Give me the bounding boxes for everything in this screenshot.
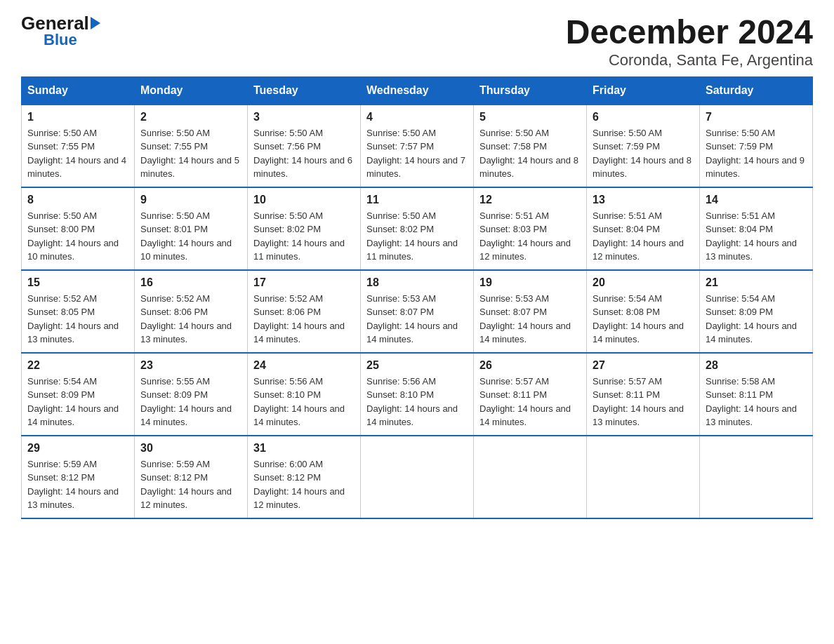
day-info: Sunrise: 5:58 AM Sunset: 8:11 PM Dayligh… [706, 375, 807, 429]
sunrise-label: Sunrise: 5:50 AM [366, 210, 436, 221]
day-info: Sunrise: 5:56 AM Sunset: 8:10 PM Dayligh… [253, 375, 355, 429]
sunrise-label: Sunrise: 5:56 AM [253, 376, 323, 387]
day-info: Sunrise: 5:50 AM Sunset: 8:02 PM Dayligh… [253, 209, 355, 264]
calendar-cell: 8 Sunrise: 5:50 AM Sunset: 8:00 PM Dayli… [22, 187, 135, 270]
calendar-cell: 24 Sunrise: 5:56 AM Sunset: 8:10 PM Dayl… [248, 353, 361, 436]
calendar-cell: 28 Sunrise: 5:58 AM Sunset: 8:11 PM Dayl… [700, 353, 813, 436]
sunrise-label: Sunrise: 5:54 AM [706, 293, 775, 304]
sunset-label: Sunset: 8:07 PM [479, 307, 547, 317]
day-info: Sunrise: 5:50 AM Sunset: 8:01 PM Dayligh… [140, 209, 241, 264]
day-number: 23 [140, 359, 241, 372]
calendar-cell: 4 Sunrise: 5:50 AM Sunset: 7:57 PM Dayli… [361, 105, 474, 187]
day-info: Sunrise: 5:51 AM Sunset: 8:03 PM Dayligh… [479, 209, 581, 264]
sunrise-label: Sunrise: 5:50 AM [253, 210, 323, 221]
sunset-label: Sunset: 7:59 PM [593, 141, 660, 152]
sunset-label: Sunset: 7:57 PM [366, 141, 434, 152]
calendar-week-row: 22 Sunrise: 5:54 AM Sunset: 8:09 PM Dayl… [22, 353, 813, 436]
calendar-cell: 12 Sunrise: 5:51 AM Sunset: 8:03 PM Dayl… [474, 187, 587, 270]
daylight-label: Daylight: 14 hours and 12 minutes. [593, 238, 684, 262]
sunrise-label: Sunrise: 5:51 AM [479, 210, 549, 221]
calendar-cell: 2 Sunrise: 5:50 AM Sunset: 7:55 PM Dayli… [135, 105, 248, 187]
day-info: Sunrise: 5:54 AM Sunset: 8:08 PM Dayligh… [593, 292, 694, 347]
day-info: Sunrise: 5:50 AM Sunset: 7:57 PM Dayligh… [366, 126, 468, 181]
calendar-cell: 10 Sunrise: 5:50 AM Sunset: 8:02 PM Dayl… [248, 187, 361, 270]
day-info: Sunrise: 5:50 AM Sunset: 7:58 PM Dayligh… [479, 126, 581, 181]
sunset-label: Sunset: 8:08 PM [593, 307, 660, 317]
sunrise-label: Sunrise: 5:58 AM [706, 376, 775, 387]
calendar-cell: 16 Sunrise: 5:52 AM Sunset: 8:06 PM Dayl… [135, 270, 248, 353]
sunset-label: Sunset: 7:56 PM [253, 141, 321, 152]
calendar-cell [361, 436, 474, 518]
sunrise-label: Sunrise: 6:00 AM [253, 459, 323, 469]
sunrise-label: Sunrise: 5:56 AM [366, 376, 436, 387]
sunset-label: Sunset: 8:12 PM [253, 472, 321, 483]
day-number: 28 [706, 359, 807, 372]
logo-arrow-icon [91, 17, 100, 29]
sunrise-label: Sunrise: 5:52 AM [27, 293, 97, 304]
day-info: Sunrise: 5:59 AM Sunset: 8:12 PM Dayligh… [27, 457, 128, 512]
daylight-label: Daylight: 14 hours and 13 minutes. [140, 321, 232, 345]
calendar-cell [587, 436, 700, 518]
logo: General Blue [21, 14, 100, 48]
day-number: 5 [479, 111, 581, 123]
sunset-label: Sunset: 8:10 PM [253, 389, 321, 400]
sunset-label: Sunset: 8:10 PM [366, 389, 434, 400]
sunset-label: Sunset: 8:07 PM [366, 307, 434, 317]
calendar-table: SundayMondayTuesdayWednesdayThursdayFrid… [21, 76, 813, 519]
day-info: Sunrise: 5:50 AM Sunset: 8:02 PM Dayligh… [366, 209, 468, 264]
calendar-cell: 27 Sunrise: 5:57 AM Sunset: 8:11 PM Dayl… [587, 353, 700, 436]
daylight-label: Daylight: 14 hours and 5 minutes. [140, 155, 239, 180]
daylight-label: Daylight: 14 hours and 8 minutes. [479, 155, 578, 180]
logo-general-text: General [21, 14, 100, 32]
calendar-header-tuesday: Tuesday [248, 76, 361, 105]
day-number: 16 [140, 276, 241, 289]
calendar-cell: 13 Sunrise: 5:51 AM Sunset: 8:04 PM Dayl… [587, 187, 700, 270]
day-number: 13 [593, 194, 694, 206]
daylight-label: Daylight: 14 hours and 14 minutes. [479, 321, 571, 345]
calendar-cell: 31 Sunrise: 6:00 AM Sunset: 8:12 PM Dayl… [248, 436, 361, 518]
page-title: December 2024 [566, 14, 813, 51]
sunset-label: Sunset: 8:05 PM [27, 307, 95, 317]
day-info: Sunrise: 5:54 AM Sunset: 8:09 PM Dayligh… [27, 375, 128, 429]
daylight-label: Daylight: 14 hours and 14 minutes. [253, 321, 345, 345]
sunset-label: Sunset: 8:11 PM [479, 389, 547, 400]
daylight-label: Daylight: 14 hours and 13 minutes. [27, 321, 119, 345]
day-info: Sunrise: 5:50 AM Sunset: 7:55 PM Dayligh… [140, 126, 241, 181]
calendar-week-row: 29 Sunrise: 5:59 AM Sunset: 8:12 PM Dayl… [22, 436, 813, 518]
daylight-label: Daylight: 14 hours and 14 minutes. [479, 403, 571, 428]
daylight-label: Daylight: 14 hours and 14 minutes. [593, 321, 684, 345]
day-number: 8 [27, 194, 128, 206]
calendar-header-row: SundayMondayTuesdayWednesdayThursdayFrid… [22, 76, 813, 105]
calendar-cell: 11 Sunrise: 5:50 AM Sunset: 8:02 PM Dayl… [361, 187, 474, 270]
day-info: Sunrise: 5:52 AM Sunset: 8:05 PM Dayligh… [27, 292, 128, 347]
calendar-cell: 14 Sunrise: 5:51 AM Sunset: 8:04 PM Dayl… [700, 187, 813, 270]
day-info: Sunrise: 5:57 AM Sunset: 8:11 PM Dayligh… [479, 375, 581, 429]
sunrise-label: Sunrise: 5:51 AM [593, 210, 662, 221]
sunrise-label: Sunrise: 5:54 AM [593, 293, 662, 304]
day-info: Sunrise: 5:50 AM Sunset: 7:59 PM Dayligh… [706, 126, 807, 181]
sunset-label: Sunset: 8:09 PM [27, 389, 95, 400]
daylight-label: Daylight: 14 hours and 10 minutes. [27, 238, 119, 262]
day-info: Sunrise: 5:54 AM Sunset: 8:09 PM Dayligh… [706, 292, 807, 347]
day-info: Sunrise: 5:56 AM Sunset: 8:10 PM Dayligh… [366, 375, 468, 429]
daylight-label: Daylight: 14 hours and 12 minutes. [253, 486, 345, 511]
calendar-cell: 22 Sunrise: 5:54 AM Sunset: 8:09 PM Dayl… [22, 353, 135, 436]
sunrise-label: Sunrise: 5:50 AM [479, 128, 549, 138]
day-number: 9 [140, 194, 241, 206]
calendar-header-friday: Friday [587, 76, 700, 105]
calendar-week-row: 1 Sunrise: 5:50 AM Sunset: 7:55 PM Dayli… [22, 105, 813, 187]
daylight-label: Daylight: 14 hours and 14 minutes. [366, 321, 458, 345]
day-info: Sunrise: 6:00 AM Sunset: 8:12 PM Dayligh… [253, 457, 355, 512]
sunrise-label: Sunrise: 5:59 AM [27, 459, 97, 469]
calendar-cell: 7 Sunrise: 5:50 AM Sunset: 7:59 PM Dayli… [700, 105, 813, 187]
daylight-label: Daylight: 14 hours and 6 minutes. [253, 155, 352, 180]
sunrise-label: Sunrise: 5:50 AM [706, 128, 775, 138]
day-number: 6 [593, 111, 694, 123]
daylight-label: Daylight: 14 hours and 14 minutes. [140, 403, 232, 428]
sunrise-label: Sunrise: 5:50 AM [27, 210, 97, 221]
day-number: 10 [253, 194, 355, 206]
day-number: 14 [706, 194, 807, 206]
sunset-label: Sunset: 7:55 PM [140, 141, 208, 152]
sunrise-label: Sunrise: 5:53 AM [479, 293, 549, 304]
logo-general-row: General [21, 14, 100, 32]
